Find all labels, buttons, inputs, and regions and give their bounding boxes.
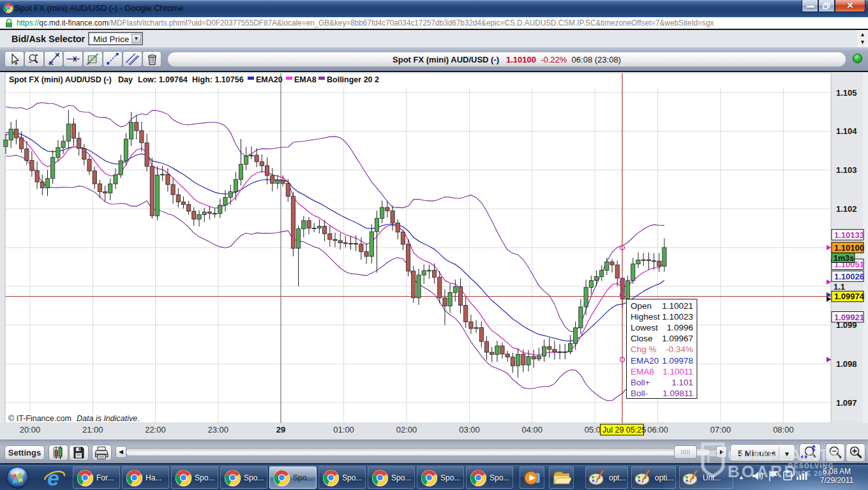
svg-text:1.1: 1.1 — [834, 282, 845, 292]
svg-text:1.101: 1.101 — [671, 378, 693, 387]
svg-text:03:00: 03:00 — [459, 425, 480, 434]
svg-text:1.0996: 1.0996 — [667, 323, 693, 332]
svg-text:1.09921: 1.09921 — [834, 313, 864, 322]
svg-text:-0.34%: -0.34% — [666, 345, 693, 354]
svg-text:EMA8: EMA8 — [631, 367, 654, 376]
svg-text:Highest: Highest — [631, 312, 660, 322]
svg-text:01:00: 01:00 — [333, 425, 354, 434]
svg-text:Boll-: Boll- — [631, 389, 648, 398]
svg-text:Low: 1.09764: Low: 1.09764 — [138, 75, 188, 84]
svg-text:1.105: 1.105 — [836, 88, 857, 98]
svg-text:07:00: 07:00 — [710, 425, 731, 434]
svg-text:02:00: 02:00 — [396, 425, 417, 434]
svg-text:21:00: 21:00 — [82, 425, 103, 434]
svg-text:+: + — [35, 52, 38, 58]
svg-text:1.10011: 1.10011 — [662, 367, 693, 376]
svg-text:Jul 29 05:25: Jul 29 05:25 — [602, 426, 646, 434]
svg-text:1.09967: 1.09967 — [662, 334, 693, 343]
svg-text:EMA20: EMA20 — [631, 356, 659, 366]
svg-text:Spot FX (mini) AUD/USD (-): Spot FX (mini) AUD/USD (-) — [9, 75, 112, 84]
svg-text:EMA20: EMA20 — [256, 75, 283, 84]
svg-text:1.102: 1.102 — [836, 204, 857, 214]
svg-text:22:00: 22:00 — [145, 425, 166, 434]
svg-text:1.098: 1.098 — [836, 359, 857, 369]
svg-text:1.10023: 1.10023 — [662, 312, 693, 322]
svg-text:1.09811: 1.09811 — [662, 389, 693, 398]
svg-text:e: e — [47, 466, 59, 490]
svg-text:Bollinger 20 2: Bollinger 20 2 — [327, 75, 379, 84]
svg-text:1m3s: 1m3s — [834, 254, 854, 263]
svg-text:1.10133: 1.10133 — [834, 230, 864, 240]
svg-text:BOARD: BOARD — [728, 462, 798, 481]
svg-text:29: 29 — [276, 425, 285, 434]
svg-text:Lowest: Lowest — [631, 323, 658, 332]
svg-text:SINCE 2004: SINCE 2004 — [788, 470, 832, 477]
svg-text:Day: Day — [118, 75, 133, 84]
svg-text:1.104: 1.104 — [836, 126, 857, 136]
svg-text:Chg %: Chg % — [631, 345, 657, 354]
svg-text:06:00: 06:00 — [647, 425, 668, 434]
svg-text:1.10026: 1.10026 — [834, 272, 864, 281]
svg-text:RESOLVING: RESOLVING — [788, 463, 834, 470]
svg-text:1.097: 1.097 — [836, 398, 857, 408]
svg-text:EMA8: EMA8 — [294, 75, 317, 84]
svg-text:Boll+: Boll+ — [631, 378, 650, 387]
svg-text:−: − — [28, 59, 31, 65]
svg-text:1.103: 1.103 — [836, 165, 857, 175]
svg-text:1.09978: 1.09978 — [662, 356, 693, 366]
svg-text:08:00: 08:00 — [773, 425, 794, 434]
svg-text:23:00: 23:00 — [208, 425, 229, 434]
svg-text:© IT-Finance.com: © IT-Finance.com — [8, 414, 71, 423]
svg-text:High: 1.10756: High: 1.10756 — [192, 75, 244, 84]
svg-text:20:00: 20:00 — [20, 425, 41, 434]
svg-text:1.10100: 1.10100 — [834, 243, 864, 253]
svg-text:Close: Close — [631, 334, 653, 343]
svg-text:Data is Indicative.: Data is Indicative. — [77, 414, 140, 423]
svg-text:04:00: 04:00 — [522, 425, 543, 434]
svg-text:Open: Open — [631, 301, 652, 311]
svg-text:1.09974: 1.09974 — [834, 292, 865, 301]
svg-text:1.10021: 1.10021 — [662, 301, 693, 311]
